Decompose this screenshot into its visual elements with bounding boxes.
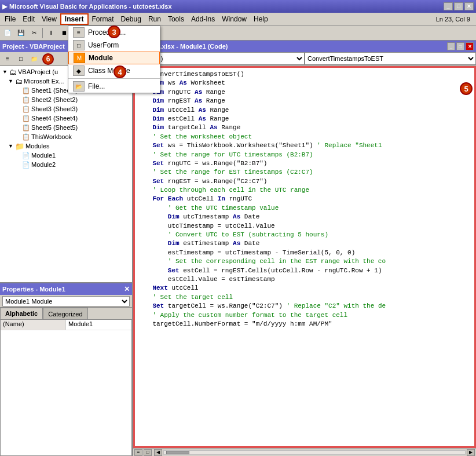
code-line: Dim utcTimestamp As Date	[137, 213, 472, 221]
project-panel-title: Project - VBAProject	[2, 43, 65, 50]
menu-debug[interactable]: Debug	[118, 13, 145, 25]
menu-window[interactable]: Window	[218, 13, 250, 25]
dropdown-file[interactable]: 📂 File...	[68, 80, 160, 93]
file-icon: 📂	[73, 81, 85, 92]
project-toggle-folders[interactable]: 📁	[28, 53, 41, 65]
menu-format[interactable]: Format	[89, 13, 118, 25]
sep1	[42, 28, 43, 38]
badge-5: 5	[460, 82, 473, 95]
code-proc-selector[interactable]: ConvertTimestampsToEST	[305, 52, 476, 65]
code-selector-toolbar: (General) ConvertTimestampsToEST	[133, 52, 476, 66]
code-line: For Each utcCell In rngUTC	[137, 195, 472, 203]
view-code-btn[interactable]: ≡	[134, 449, 142, 456]
code-line: Dim rngEST As Range	[137, 97, 472, 105]
properties-close-button[interactable]: ✕	[124, 285, 130, 293]
minimize-button[interactable]: _	[444, 2, 453, 10]
title-bar: ▶ Microsoft Visual Basic for Application…	[0, 0, 476, 13]
toolbar-new[interactable]: 📄	[1, 27, 14, 39]
props-row-name: (Name) Module1	[1, 320, 131, 330]
horizontal-scrollbar[interactable]: ≡ □ ◀ ▶	[133, 448, 476, 456]
code-line: ' Set the range for UTC timestamps (B2:B…	[137, 151, 472, 159]
tree-item-thisworkbook[interactable]: 📋 ThisWorkbook	[1, 132, 131, 141]
menu-bar: File Edit View Insert Format Debug Run T…	[0, 13, 476, 25]
main-layout: Project - VBAProject ≡ □ 📁 6 ▼	[0, 41, 476, 456]
toolbar-pause[interactable]: ⏸	[45, 27, 57, 39]
procedure-icon: ≡	[73, 27, 85, 38]
scroll-left-btn[interactable]: ◀	[154, 449, 162, 456]
scroll-track[interactable]	[163, 450, 466, 455]
tree-item-sheet5[interactable]: 📋 Sheet5 (Sheet5)	[1, 123, 131, 132]
expand-icon2: ▼	[8, 78, 14, 84]
code-line: estCell.Value = estTimestamp	[137, 275, 472, 284]
title-text: Microsoft Visual Basic for Applications …	[9, 3, 172, 10]
properties-panel-header: Properties - Module1 ✕	[0, 283, 132, 295]
code-line: Dim estCell As Range	[137, 115, 472, 123]
code-minimize-btn[interactable]: _	[447, 42, 455, 50]
menu-edit[interactable]: Edit	[19, 13, 38, 25]
tree-item-sheet2[interactable]: 📋 Sheet2 (Sheet2)	[1, 95, 131, 104]
properties-panel: Properties - Module1 ✕ Module1 Module Al…	[0, 282, 132, 456]
code-line: Set estCell = rngEST.Cells(utcCell.Row -…	[137, 267, 472, 275]
code-maximize-btn[interactable]: □	[456, 42, 464, 50]
code-line: Set ws = ThisWorkbook.Worksheets("Sheet1…	[137, 141, 472, 150]
prop-name-value[interactable]: Module1	[66, 320, 131, 330]
tree-item-module1[interactable]: 📄 Module1	[1, 151, 131, 160]
project-view-object[interactable]: □	[14, 53, 27, 65]
project-view-code[interactable]: ≡	[1, 53, 14, 65]
code-editor[interactable]: Sub ConvertTimestampsToEST() Dim ws As W…	[133, 66, 476, 448]
dropdown-separator	[68, 78, 160, 79]
toolbar-cut[interactable]: ✂	[28, 27, 41, 39]
tree-item-module2[interactable]: 📄 Module2	[1, 160, 131, 169]
dropdown-userform-label: UserForm	[88, 41, 119, 49]
tree-item-modules[interactable]: ▼ 📁 Modules	[1, 141, 131, 151]
menu-run[interactable]: Run	[145, 13, 164, 25]
code-line: utcTimestamp = utcCell.Value	[137, 222, 472, 231]
dropdown-module-label: Module	[89, 54, 113, 62]
badge-3: 3	[108, 25, 120, 38]
scroll-thumb[interactable]	[166, 451, 189, 454]
toolbar-status: Ln 23, Col 9	[436, 16, 470, 23]
tree-item-sheet4[interactable]: 📋 Sheet4 (Sheet4)	[1, 114, 131, 123]
scroll-right-btn[interactable]: ▶	[467, 449, 475, 456]
code-line: Dim ws As Worksheet	[137, 79, 472, 87]
menu-file[interactable]: File	[1, 13, 19, 25]
module-icon: M	[74, 53, 85, 63]
menu-help[interactable]: Help	[250, 13, 272, 25]
code-line: ' Set the target cell	[137, 293, 472, 302]
title-bar-controls: _ □ ✕	[444, 2, 474, 10]
tab-alphabetic[interactable]: Alphabetic	[0, 308, 43, 319]
properties-panel-title: Properties - Module1	[2, 286, 65, 293]
code-line: Sub ConvertTimestampsToEST()	[137, 70, 472, 79]
badge-6-label: 6	[42, 53, 54, 65]
menu-addins[interactable]: Add-Ins	[188, 13, 218, 25]
code-line: Dim rngUTC As Range	[137, 88, 472, 97]
code-window-controls: _ □ ✕	[447, 42, 474, 50]
tab-categorized[interactable]: Categorized	[43, 308, 87, 319]
properties-tabs: Alphabetic Categorized	[0, 308, 132, 319]
tree-item-sheet3[interactable]: 📋 Sheet3 (Sheet3)	[1, 104, 131, 114]
maximize-button[interactable]: □	[454, 2, 463, 10]
menu-tools[interactable]: Tools	[164, 13, 188, 25]
project-tree: ▼ 🗂 VBAProject (u ▼ 🗂 Microsoft Ex... 📋 …	[0, 66, 132, 282]
code-line: ' Apply the custom number format to the …	[137, 311, 472, 320]
code-line: estTimestamp = utcTimestamp - TimeSerial…	[137, 249, 472, 257]
code-line: Dim targetCell As Range	[137, 123, 472, 132]
dropdown-module[interactable]: M Module	[68, 52, 160, 64]
code-line: ' Get the UTC timestamp value	[137, 204, 472, 213]
toolbar-save[interactable]: 💾	[14, 27, 27, 39]
code-line: ' Loop through each cell in the UTC rang…	[137, 186, 472, 195]
prop-name-label: (Name)	[1, 320, 66, 330]
menu-view[interactable]: View	[38, 13, 60, 25]
properties-dropdown-row: Module1 Module	[0, 295, 132, 308]
code-close-btn[interactable]: ✕	[466, 42, 474, 50]
dropdown-userform[interactable]: □ UserForm	[68, 39, 160, 52]
menu-insert[interactable]: Insert	[60, 13, 89, 25]
code-line: Dim estTimestamp As Date	[137, 239, 472, 248]
close-button[interactable]: ✕	[464, 2, 474, 10]
code-line: Next utcCell	[137, 284, 472, 293]
view-obj-btn[interactable]: □	[144, 449, 152, 456]
code-line: Dim utcCell As Range	[137, 106, 472, 115]
properties-object-dropdown[interactable]: Module1 Module	[2, 296, 130, 307]
code-line: ' Set the corresponding cell in the EST …	[137, 257, 472, 266]
code-line: Set targetCell = ws.Range("C2:C7") ' Rep…	[137, 302, 472, 311]
